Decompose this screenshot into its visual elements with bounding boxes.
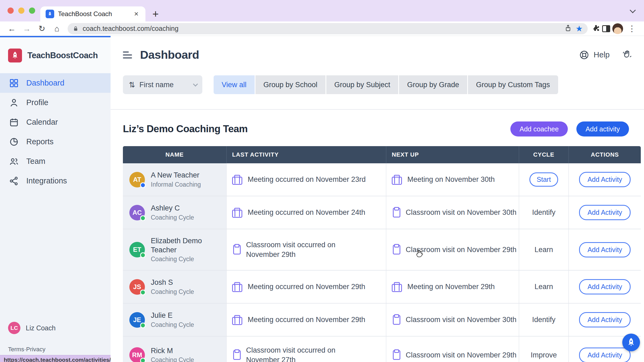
zoom-window-button[interactable]	[29, 8, 35, 14]
forward-button[interactable]: →	[20, 24, 33, 33]
home-button[interactable]: ⌂	[50, 24, 63, 33]
actions-cell: Add Activity	[568, 196, 641, 229]
page-title: Dashboard	[140, 48, 199, 61]
help-button[interactable]: Help	[579, 50, 610, 60]
last-activity-cell[interactable]: Meeting occurred on November 29th	[226, 271, 386, 303]
table-row: RM Rick MCoaching Cycle Classroom visit …	[123, 337, 641, 362]
next-up-cell[interactable]: Meeting on November 30th	[386, 163, 519, 196]
cycle-cell: Learn	[519, 229, 568, 270]
next-up-cell[interactable]: Meeting on November 29th	[386, 271, 519, 303]
table-row: JE Julie ECoaching Cycle Meeting occurre…	[123, 304, 641, 337]
table-row: AT A New TeacherInformal Coaching Meetin…	[123, 163, 641, 196]
lock-icon	[72, 25, 79, 32]
next-up-cell[interactable]: Classroom visit on November 30th	[386, 196, 519, 229]
coachee-cell[interactable]: RM Rick MCoaching Cycle	[123, 337, 226, 362]
last-activity-cell[interactable]: Meeting occurred on November 24th	[226, 196, 386, 229]
new-tab-button[interactable]: +	[152, 9, 159, 19]
next-up-cell[interactable]: Classroom visit on November 29th	[386, 337, 519, 362]
cycle-stage: Identify	[532, 208, 555, 217]
close-window-button[interactable]	[8, 8, 14, 14]
sidebar-item-calendar[interactable]: Calendar	[0, 112, 111, 132]
coachee-name[interactable]: A New Teacher	[151, 171, 201, 180]
add-activity-row-button[interactable]: Add Activity	[579, 242, 630, 257]
coachee-cell[interactable]: AC Ashley CCoaching Cycle	[123, 196, 226, 229]
coachee-cell[interactable]: AT A New TeacherInformal Coaching	[123, 163, 226, 196]
tab-view-all[interactable]: View all	[214, 75, 255, 94]
add-activity-row-button[interactable]: Add Activity	[579, 348, 630, 362]
coachee-cell[interactable]: JE Julie ECoaching Cycle	[123, 304, 226, 336]
url-text[interactable]: coach.teachboost.com/coaching	[83, 25, 561, 32]
chevron-down-icon	[193, 82, 198, 86]
add-activity-row-button[interactable]: Add Activity	[579, 205, 630, 220]
back-button[interactable]: ←	[5, 24, 18, 33]
clipboard-icon	[393, 208, 400, 217]
status-dot	[140, 323, 146, 328]
col-cycle: CYCLE	[519, 146, 568, 163]
share-icon[interactable]	[564, 24, 572, 33]
tab-title: TeachBoost Coach	[58, 10, 129, 18]
coachee-name[interactable]: Elizabeth Demo Teacher	[151, 237, 218, 255]
table-row: JS Josh SCoaching Cycle Meeting occurred…	[123, 271, 641, 304]
sort-dropdown[interactable]: ⇅ First name	[123, 75, 202, 94]
tab-group-by-subject[interactable]: Group by Subject	[326, 75, 398, 94]
reload-button[interactable]: ↻	[35, 24, 48, 33]
coachee-subtitle: Coaching Cycle	[151, 356, 194, 362]
sidebar-item-reports[interactable]: Reports	[0, 132, 111, 152]
next-up-cell[interactable]: Classroom visit on November 30th	[386, 304, 519, 336]
sidebar-item-label: Integrations	[26, 176, 67, 185]
wave-hand-icon[interactable]	[622, 49, 632, 61]
pie-chart-icon	[9, 137, 19, 147]
col-actions: ACTIONS	[568, 146, 641, 163]
start-cycle-button[interactable]: Start	[529, 172, 558, 187]
tab-overflow-chevron-icon[interactable]	[630, 7, 636, 13]
window-controls[interactable]	[8, 8, 35, 14]
add-coachee-button[interactable]: Add coachee	[510, 121, 568, 136]
menu-toggle-icon[interactable]	[123, 51, 132, 58]
col-next-up: NEXT UP	[386, 146, 519, 163]
browser-profile-avatar[interactable]	[612, 23, 623, 34]
last-activity-cell[interactable]: Meeting occurred on November 29th	[226, 304, 386, 336]
coachee-name[interactable]: Ashley C	[151, 204, 194, 213]
rocket-fab-button[interactable]	[622, 334, 640, 351]
browser-menu-icon[interactable]: ⋮	[625, 24, 639, 33]
avatar: ET	[129, 242, 145, 257]
extensions-puzzle-icon[interactable]	[592, 24, 600, 33]
sort-arrows-icon: ⇅	[129, 80, 135, 89]
last-activity-cell[interactable]: Classroom visit occurred on November 27t…	[226, 337, 386, 362]
address-bar[interactable]: coach.teachboost.com/coaching ★	[68, 23, 588, 34]
side-panel-icon[interactable]	[602, 25, 610, 32]
sidebar-item-team[interactable]: Team	[0, 152, 111, 171]
actions-cell: Add Activity	[568, 304, 641, 336]
tab-group-by-custom-tags[interactable]: Group by Custom Tags	[468, 75, 558, 94]
app-logo[interactable]: TeachBoostCoach	[0, 37, 111, 73]
coachee-cell[interactable]: ET Elizabeth Demo TeacherCoaching Cycle	[123, 229, 226, 270]
add-activity-row-button[interactable]: Add Activity	[579, 172, 630, 187]
tab-group-by-school[interactable]: Group by School	[255, 75, 325, 94]
avatar: AT	[129, 172, 145, 187]
tab-group-by-grade[interactable]: Group by Grade	[399, 75, 467, 94]
coachee-name[interactable]: Josh S	[151, 278, 194, 287]
coachee-name[interactable]: Julie E	[151, 311, 194, 320]
avatar: AC	[129, 205, 145, 220]
sidebar-item-dashboard[interactable]: Dashboard	[0, 73, 111, 93]
minimize-window-button[interactable]	[18, 8, 24, 14]
sidebar-item-integrations[interactable]: Integrations	[0, 171, 111, 191]
next-up-cell[interactable]: Classroom visit on November 29th	[386, 229, 519, 270]
group-tabs: View all Group by School Group by Subjec…	[214, 75, 558, 94]
tab-close-icon[interactable]: ×	[133, 10, 140, 18]
table-row: AC Ashley CCoaching Cycle Meeting occurr…	[123, 196, 641, 229]
add-activity-row-button[interactable]: Add Activity	[579, 279, 630, 294]
last-activity-cell[interactable]: Classroom visit occurred on November 29t…	[226, 229, 386, 270]
browser-tab[interactable]: TeachBoost Coach ×	[40, 6, 145, 21]
add-activity-row-button[interactable]: Add Activity	[579, 312, 630, 327]
cycle-cell: Start	[519, 163, 568, 196]
add-activity-button[interactable]: Add activity	[576, 121, 629, 136]
coachee-name[interactable]: Rick M	[151, 346, 194, 356]
last-activity-cell[interactable]: Meeting occurred on November 23rd	[226, 163, 386, 196]
current-user[interactable]: LC Liz Coach	[0, 322, 111, 334]
cycle-cell: Identify	[519, 196, 568, 229]
bookmark-star-icon[interactable]: ★	[576, 24, 583, 33]
coachee-cell[interactable]: JS Josh SCoaching Cycle	[123, 271, 226, 303]
person-icon	[9, 98, 19, 108]
sidebar-item-profile[interactable]: Profile	[0, 93, 111, 112]
